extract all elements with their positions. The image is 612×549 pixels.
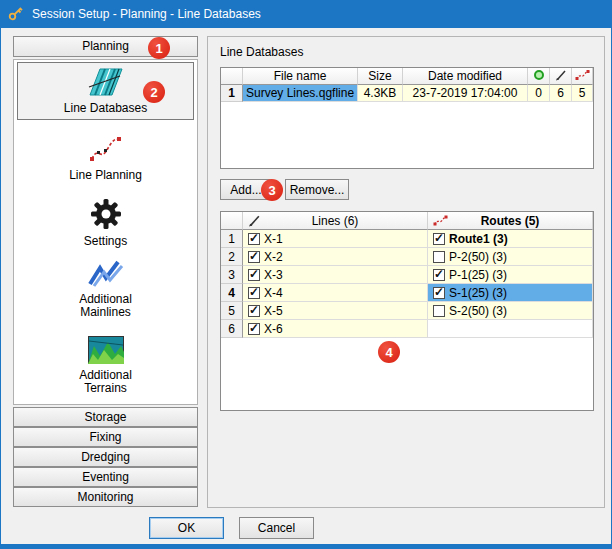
routes-column-header[interactable]: [572, 68, 593, 85]
file-table-row[interactable]: 1 Survey Lines.qgfline 4.3KB 23-7-2019 1…: [221, 85, 593, 102]
callout-badge-2: 2: [143, 81, 165, 103]
line-checkbox[interactable]: [248, 251, 260, 263]
line-cell[interactable]: X-6: [243, 320, 428, 338]
route-checkbox[interactable]: [433, 233, 445, 245]
file-name-cell[interactable]: Survey Lines.qgfline: [243, 85, 358, 102]
line-checkbox[interactable]: [248, 305, 260, 317]
row-number: 5: [221, 302, 243, 320]
sidebar-section-storage[interactable]: Storage: [13, 407, 198, 427]
row-number: 1: [221, 230, 243, 248]
sidebar-item-line-planning[interactable]: Line Planning: [17, 130, 194, 188]
table-row[interactable]: 6 X-6: [221, 320, 593, 338]
remove-button[interactable]: Remove...: [285, 179, 349, 200]
callout-badge-3: 3: [261, 179, 283, 201]
points-count-cell[interactable]: 0: [528, 85, 550, 102]
sidebar-section-planning[interactable]: Planning: [13, 36, 198, 57]
file-table-header-row: File name Size Date modified: [221, 68, 593, 85]
route-cell[interactable]: P-2(50) (3): [428, 248, 593, 266]
corner-header-cell: [221, 212, 243, 230]
ok-button[interactable]: OK: [149, 517, 224, 539]
nav-label-additional-mainlines: Additional Mainlines: [61, 293, 151, 319]
title-bar[interactable]: Session Setup - Planning - Line Database…: [1, 0, 611, 28]
route-cell[interactable]: S-2(50) (3): [428, 302, 593, 320]
table-row[interactable]: 5 X-5 S-2(50) (3): [221, 302, 593, 320]
line-cell[interactable]: X-1: [243, 230, 428, 248]
date-modified-cell[interactable]: 23-7-2019 17:04:00: [403, 85, 528, 102]
table-row[interactable]: 4 X-4 S-1(25) (3): [221, 284, 593, 302]
row-number: 6: [221, 320, 243, 338]
row-number: 1: [221, 85, 243, 102]
lines-count-cell[interactable]: 6: [550, 85, 572, 102]
sidebar-section-monitoring[interactable]: Monitoring: [13, 487, 198, 507]
route-cell[interactable]: P-1(25) (3): [428, 266, 593, 284]
sidebar-item-additional-terrains[interactable]: Additional Terrains: [17, 332, 194, 404]
line-cell[interactable]: X-3: [243, 266, 428, 284]
file-name-header[interactable]: File name: [243, 68, 358, 85]
callout-badge-1: 1: [148, 37, 170, 59]
additional-mainlines-icon: [88, 260, 124, 288]
line-label: X-1: [264, 232, 283, 246]
route-cell-empty[interactable]: [428, 320, 593, 338]
route-checkbox[interactable]: [433, 287, 445, 299]
line-label: X-2: [264, 250, 283, 264]
route-label: S-1(25) (3): [449, 286, 507, 300]
sidebar-section-fixing[interactable]: Fixing: [13, 427, 198, 447]
sidebar-section-eventing[interactable]: Eventing: [13, 467, 198, 487]
line-checkbox[interactable]: [248, 323, 260, 335]
lines-header[interactable]: Lines (6): [243, 212, 428, 230]
line-databases-icon: [86, 67, 126, 97]
size-cell[interactable]: 4.3KB: [358, 85, 403, 102]
route-label: Route1 (3): [449, 232, 508, 246]
sidebar-item-additional-mainlines[interactable]: Additional Mainlines: [17, 256, 194, 328]
nav-label-settings: Settings: [84, 235, 127, 248]
file-table[interactable]: File name Size Date modified: [220, 67, 594, 169]
lines-routes-table[interactable]: Lines (6) Routes (5) 1 X-1 Route1 (3: [220, 211, 594, 411]
routes-count-cell[interactable]: 5: [572, 85, 593, 102]
row-number: 2: [221, 248, 243, 266]
nav-label-additional-terrains: Additional Terrains: [61, 369, 151, 395]
sidebar-section-dredging[interactable]: Dredging: [13, 447, 198, 467]
green-circle-icon: [533, 69, 545, 84]
size-header[interactable]: Size: [358, 68, 403, 85]
row-number: 4: [221, 284, 243, 302]
line-cell[interactable]: X-2: [243, 248, 428, 266]
line-label: X-5: [264, 304, 283, 318]
route-label: S-2(50) (3): [449, 304, 507, 318]
sidebar-item-line-databases[interactable]: Line Databases: [17, 62, 194, 120]
lines-column-header[interactable]: [550, 68, 572, 85]
route-icon: [575, 69, 590, 84]
line-label: X-3: [264, 268, 283, 282]
points-column-header[interactable]: [528, 68, 550, 85]
routes-header-label: Routes (5): [481, 214, 540, 228]
lines-routes-header-row: Lines (6) Routes (5): [221, 212, 593, 230]
line-checkbox[interactable]: [248, 287, 260, 299]
nav-label-line-databases: Line Databases: [64, 102, 147, 115]
routes-header[interactable]: Routes (5): [428, 212, 593, 230]
table-row[interactable]: 2 X-2 P-2(50) (3): [221, 248, 593, 266]
route-checkbox[interactable]: [433, 269, 445, 281]
line-cell[interactable]: X-5: [243, 302, 428, 320]
route-checkbox[interactable]: [433, 305, 445, 317]
line-databases-panel: Line Databases File name Size Date modif…: [207, 36, 605, 508]
sidebar-icon-panel: Line Databases Line Planning: [13, 59, 198, 405]
session-setup-dialog: Session Setup - Planning - Line Database…: [0, 0, 612, 549]
callout-badge-4: 4: [378, 341, 400, 363]
line-checkbox[interactable]: [248, 233, 260, 245]
date-modified-header[interactable]: Date modified: [403, 68, 528, 85]
line-icon: [248, 214, 261, 230]
corner-header-cell: [221, 68, 243, 85]
line-cell[interactable]: X-4: [243, 284, 428, 302]
line-icon: [555, 69, 567, 84]
session-key-icon: [8, 5, 24, 24]
route-checkbox[interactable]: [433, 251, 445, 263]
line-checkbox[interactable]: [248, 269, 260, 281]
cancel-button[interactable]: Cancel: [239, 517, 314, 539]
lines-header-label: Lines (6): [312, 214, 359, 228]
route-cell-selected[interactable]: S-1(25) (3): [428, 284, 593, 302]
nav-label-line-planning: Line Planning: [69, 169, 142, 182]
sidebar-item-settings[interactable]: Settings: [17, 194, 194, 258]
table-row[interactable]: 1 X-1 Route1 (3): [221, 230, 593, 248]
route-cell[interactable]: Route1 (3): [428, 230, 593, 248]
gear-icon: [90, 198, 122, 230]
table-row[interactable]: 3 X-3 P-1(25) (3): [221, 266, 593, 284]
